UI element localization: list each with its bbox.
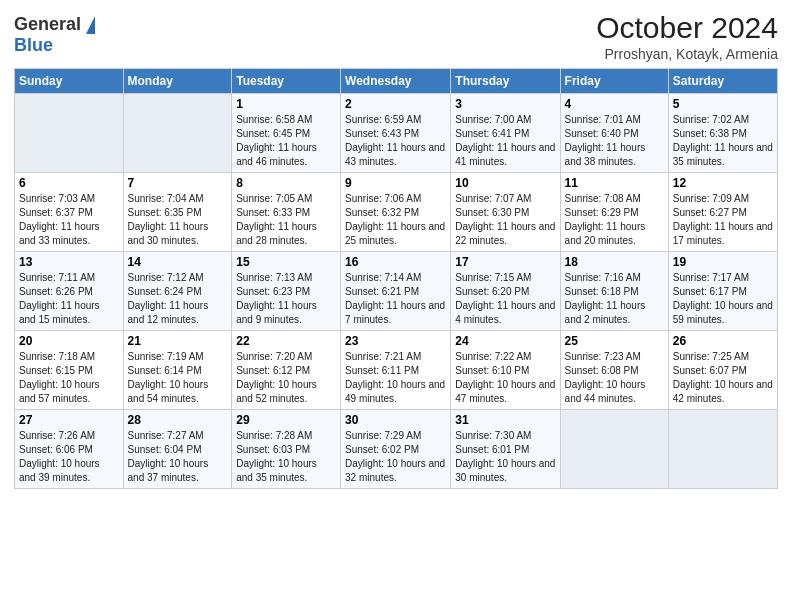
day-cell: 13Sunrise: 7:11 AMSunset: 6:26 PMDayligh… [15, 252, 124, 331]
sunset: Sunset: 6:27 PM [673, 207, 747, 218]
daylight: Daylight: 10 hours and 44 minutes. [565, 379, 646, 404]
day-cell: 12Sunrise: 7:09 AMSunset: 6:27 PMDayligh… [668, 173, 777, 252]
day-info: Sunrise: 7:07 AMSunset: 6:30 PMDaylight:… [455, 192, 555, 248]
sunset: Sunset: 6:18 PM [565, 286, 639, 297]
daylight: Daylight: 10 hours and 57 minutes. [19, 379, 100, 404]
sunset: Sunset: 6:06 PM [19, 444, 93, 455]
day-info: Sunrise: 7:23 AMSunset: 6:08 PMDaylight:… [565, 350, 664, 406]
sunrise: Sunrise: 7:27 AM [128, 430, 204, 441]
sunrise: Sunrise: 7:26 AM [19, 430, 95, 441]
sunrise: Sunrise: 7:25 AM [673, 351, 749, 362]
day-number: 26 [673, 334, 773, 348]
sunrise: Sunrise: 7:12 AM [128, 272, 204, 283]
daylight: Daylight: 10 hours and 37 minutes. [128, 458, 209, 483]
day-cell: 29Sunrise: 7:28 AMSunset: 6:03 PMDayligh… [232, 410, 341, 489]
sunrise: Sunrise: 6:58 AM [236, 114, 312, 125]
day-number: 21 [128, 334, 228, 348]
day-cell: 15Sunrise: 7:13 AMSunset: 6:23 PMDayligh… [232, 252, 341, 331]
logo: General Blue [14, 14, 95, 56]
day-cell: 7Sunrise: 7:04 AMSunset: 6:35 PMDaylight… [123, 173, 232, 252]
daylight: Daylight: 11 hours and 41 minutes. [455, 142, 555, 167]
day-info: Sunrise: 7:26 AMSunset: 6:06 PMDaylight:… [19, 429, 119, 485]
col-sunday: Sunday [15, 69, 124, 94]
day-info: Sunrise: 7:11 AMSunset: 6:26 PMDaylight:… [19, 271, 119, 327]
day-info: Sunrise: 7:30 AMSunset: 6:01 PMDaylight:… [455, 429, 555, 485]
sunset: Sunset: 6:10 PM [455, 365, 529, 376]
sunset: Sunset: 6:02 PM [345, 444, 419, 455]
sunset: Sunset: 6:04 PM [128, 444, 202, 455]
day-cell: 14Sunrise: 7:12 AMSunset: 6:24 PMDayligh… [123, 252, 232, 331]
sunset: Sunset: 6:21 PM [345, 286, 419, 297]
day-info: Sunrise: 7:17 AMSunset: 6:17 PMDaylight:… [673, 271, 773, 327]
col-monday: Monday [123, 69, 232, 94]
sunset: Sunset: 6:33 PM [236, 207, 310, 218]
sunset: Sunset: 6:29 PM [565, 207, 639, 218]
day-cell: 9Sunrise: 7:06 AMSunset: 6:32 PMDaylight… [341, 173, 451, 252]
sunrise: Sunrise: 7:02 AM [673, 114, 749, 125]
day-info: Sunrise: 7:12 AMSunset: 6:24 PMDaylight:… [128, 271, 228, 327]
sunset: Sunset: 6:26 PM [19, 286, 93, 297]
sunset: Sunset: 6:12 PM [236, 365, 310, 376]
day-number: 24 [455, 334, 555, 348]
day-number: 20 [19, 334, 119, 348]
day-number: 13 [19, 255, 119, 269]
day-cell: 3Sunrise: 7:00 AMSunset: 6:41 PMDaylight… [451, 94, 560, 173]
day-cell: 20Sunrise: 7:18 AMSunset: 6:15 PMDayligh… [15, 331, 124, 410]
sunrise: Sunrise: 7:23 AM [565, 351, 641, 362]
daylight: Daylight: 11 hours and 25 minutes. [345, 221, 445, 246]
sunset: Sunset: 6:37 PM [19, 207, 93, 218]
daylight: Daylight: 10 hours and 59 minutes. [673, 300, 773, 325]
day-cell: 28Sunrise: 7:27 AMSunset: 6:04 PMDayligh… [123, 410, 232, 489]
logo-triangle-icon [86, 16, 95, 34]
day-info: Sunrise: 7:22 AMSunset: 6:10 PMDaylight:… [455, 350, 555, 406]
daylight: Daylight: 11 hours and 33 minutes. [19, 221, 100, 246]
day-cell [668, 410, 777, 489]
daylight: Daylight: 11 hours and 30 minutes. [128, 221, 209, 246]
sunrise: Sunrise: 7:29 AM [345, 430, 421, 441]
daylight: Daylight: 11 hours and 2 minutes. [565, 300, 646, 325]
sunrise: Sunrise: 7:14 AM [345, 272, 421, 283]
day-number: 3 [455, 97, 555, 111]
day-number: 4 [565, 97, 664, 111]
day-info: Sunrise: 7:20 AMSunset: 6:12 PMDaylight:… [236, 350, 336, 406]
day-cell: 30Sunrise: 7:29 AMSunset: 6:02 PMDayligh… [341, 410, 451, 489]
week-row-4: 20Sunrise: 7:18 AMSunset: 6:15 PMDayligh… [15, 331, 778, 410]
daylight: Daylight: 11 hours and 17 minutes. [673, 221, 773, 246]
week-row-2: 6Sunrise: 7:03 AMSunset: 6:37 PMDaylight… [15, 173, 778, 252]
daylight: Daylight: 10 hours and 54 minutes. [128, 379, 209, 404]
day-number: 15 [236, 255, 336, 269]
day-number: 1 [236, 97, 336, 111]
day-number: 6 [19, 176, 119, 190]
daylight: Daylight: 11 hours and 12 minutes. [128, 300, 209, 325]
day-number: 5 [673, 97, 773, 111]
day-info: Sunrise: 7:16 AMSunset: 6:18 PMDaylight:… [565, 271, 664, 327]
sunrise: Sunrise: 7:09 AM [673, 193, 749, 204]
calendar-container: General Blue October 2024 Prroshyan, Kot… [0, 0, 792, 612]
sunrise: Sunrise: 7:03 AM [19, 193, 95, 204]
day-number: 11 [565, 176, 664, 190]
sunrise: Sunrise: 7:11 AM [19, 272, 95, 283]
day-cell: 24Sunrise: 7:22 AMSunset: 6:10 PMDayligh… [451, 331, 560, 410]
col-tuesday: Tuesday [232, 69, 341, 94]
sunrise: Sunrise: 7:05 AM [236, 193, 312, 204]
sunrise: Sunrise: 7:17 AM [673, 272, 749, 283]
day-number: 12 [673, 176, 773, 190]
day-info: Sunrise: 7:15 AMSunset: 6:20 PMDaylight:… [455, 271, 555, 327]
sunrise: Sunrise: 7:00 AM [455, 114, 531, 125]
day-info: Sunrise: 7:18 AMSunset: 6:15 PMDaylight:… [19, 350, 119, 406]
daylight: Daylight: 11 hours and 43 minutes. [345, 142, 445, 167]
day-number: 27 [19, 413, 119, 427]
day-number: 17 [455, 255, 555, 269]
day-info: Sunrise: 7:27 AMSunset: 6:04 PMDaylight:… [128, 429, 228, 485]
daylight: Daylight: 11 hours and 15 minutes. [19, 300, 100, 325]
sunset: Sunset: 6:07 PM [673, 365, 747, 376]
day-number: 23 [345, 334, 446, 348]
day-cell: 23Sunrise: 7:21 AMSunset: 6:11 PMDayligh… [341, 331, 451, 410]
day-number: 30 [345, 413, 446, 427]
day-info: Sunrise: 7:25 AMSunset: 6:07 PMDaylight:… [673, 350, 773, 406]
day-number: 16 [345, 255, 446, 269]
main-title: October 2024 [596, 10, 778, 46]
sunset: Sunset: 6:03 PM [236, 444, 310, 455]
sunset: Sunset: 6:01 PM [455, 444, 529, 455]
sunrise: Sunrise: 7:18 AM [19, 351, 95, 362]
